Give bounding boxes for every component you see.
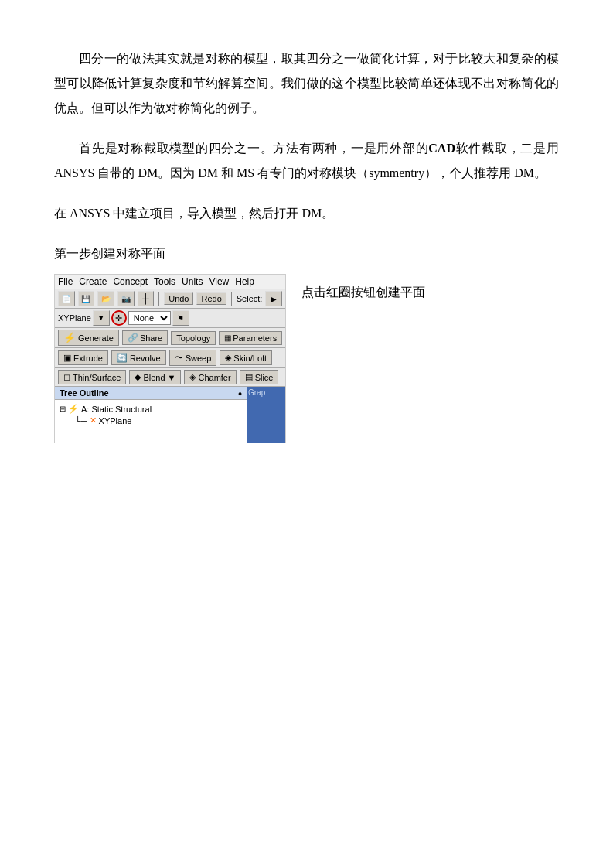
select-label: Select: [237,294,263,303]
redo-button[interactable]: Redo [196,292,226,305]
blend-icon: ◆ [135,372,141,382]
annotation-text: 点击红圈按钮创建平面 [301,280,559,305]
thin-surface-button[interactable]: ◻ Thin/Surface [58,370,126,384]
revolve-button[interactable]: 🔄 Revolve [111,350,166,365]
pin-button[interactable]: ┼ [138,291,155,306]
menu-file[interactable]: File [58,276,73,287]
tree-line-icon: └─ [75,416,87,425]
menu-help[interactable]: Help [235,276,254,287]
flag-button[interactable]: ⚑ [172,310,189,326]
ui-menubar[interactable]: File Create Concept Tools Units View Hel… [55,275,285,289]
tree-expand-icon[interactable]: ⊟ [60,405,66,413]
generate-row: ⚡ Generate 🔗 Share Topology ▦ Parameters [55,328,285,348]
tool-row-2: ▣ Extrude 🔄 Revolve 〜 Sweep ◈ Skin/Loft [55,348,285,368]
share-icon: 🔗 [128,333,138,343]
parameters-button[interactable]: ▦ Parameters [219,331,282,345]
tree-header: Tree Outline ♦ [55,387,247,400]
tree-outline-label: Tree Outline [60,388,109,398]
skinloft-button[interactable]: ◈ Skin/Loft [220,350,272,365]
tree-with-graph: Tree Outline ♦ ⊟ ⚡ A: Static Structural … [55,387,285,443]
tree-pin-icon[interactable]: ♦ [238,389,242,398]
ui-screenshot-area: File Create Concept Tools Units View Hel… [54,274,559,443]
page: 四分一的做法其实就是对称的模型，取其四分之一做简化计算，对于比较大和复杂的模型可… [0,0,613,868]
chamfer-icon: ◈ [189,372,196,382]
menu-create[interactable]: Create [79,276,107,287]
section-title: 第一步创建对称平面 [54,241,559,266]
tool-row-3: ◻ Thin/Surface ◆ Blend ▼ ◈ Chamfer ▤ Sli… [55,368,285,387]
software-screenshot: File Create Concept Tools Units View Hel… [54,274,286,443]
graph-panel: Grap [247,387,285,443]
share-button[interactable]: 🔗 Share [122,330,168,345]
tree-body: ⊟ ⚡ A: Static Structural └─ ✕ XYPlane [55,400,247,443]
paragraph-2: 首先是对称截取模型的四分之一。方法有两种，一是用外部的CAD软件截取，二是用 A… [54,136,559,186]
paragraph-1: 四分一的做法其实就是对称的模型，取其四分之一做简化计算，对于比较大和复杂的模型可… [54,46,559,121]
topology-button[interactable]: Topology [171,331,216,345]
menu-units[interactable]: Units [182,276,203,287]
sweep-icon: 〜 [175,352,183,364]
generate-button[interactable]: ⚡ Generate [58,330,119,346]
slice-icon: ▤ [245,372,253,382]
menu-concept[interactable]: Concept [113,276,148,287]
skinloft-icon: ◈ [225,353,231,363]
open-button[interactable]: 📂 [97,291,114,306]
tree-item-static: ⊟ ⚡ A: Static Structural [60,403,242,415]
blend-button[interactable]: ◆ Blend ▼ [129,370,181,384]
toolbar-row-1: 📄 💾 📂 📷 ┼ Undo Redo Select: ▶ [55,289,285,309]
menu-view[interactable]: View [209,276,229,287]
chamfer-button[interactable]: ◈ Chamfer [184,370,236,384]
annotation-section: 点击红圈按钮创建平面 [301,274,559,305]
revolve-icon: 🔄 [117,353,128,363]
separator-2 [231,292,232,306]
paragraph-3: 在 ANSYS 中建立项目，导入模型，然后打开 DM。 [54,201,559,226]
camera-button[interactable]: 📷 [117,291,135,306]
xyplane-tree-label: XYPlane [99,416,132,425]
generate-icon: ⚡ [63,332,76,343]
new-button[interactable]: 📄 [58,291,75,306]
separator-1 [158,292,159,306]
thin-icon: ◻ [63,372,70,382]
graph-label: Grap [247,387,285,398]
static-structural-label: A: Static Structural [81,405,152,414]
tree-folder-icon: ⚡ [68,404,79,414]
save-button[interactable]: 💾 [78,291,95,306]
tree-item-xyplane: └─ ✕ XYPlane [60,415,242,426]
slice-button[interactable]: ▤ Slice [240,370,279,384]
extrude-icon: ▣ [63,353,71,363]
tree-main: Tree Outline ♦ ⊟ ⚡ A: Static Structural … [55,387,247,443]
extrude-button[interactable]: ▣ Extrude [58,350,108,365]
xyplane-tree-icon: ✕ [90,415,97,425]
none-select[interactable]: None [128,311,171,325]
menu-tools[interactable]: Tools [154,276,175,287]
xyplane-label: XYPlane [58,313,91,323]
undo-button[interactable]: Undo [164,292,193,305]
cursor-button[interactable]: ✛ [111,310,127,326]
xyplane-dropdown[interactable]: ▼ [93,310,110,326]
xyplane-row: XYPlane ▼ ✛ None ⚑ [55,309,285,328]
sweep-button[interactable]: 〜 Sweep [169,350,217,366]
params-icon: ▦ [224,333,231,342]
arrow-button[interactable]: ▶ [265,291,282,306]
